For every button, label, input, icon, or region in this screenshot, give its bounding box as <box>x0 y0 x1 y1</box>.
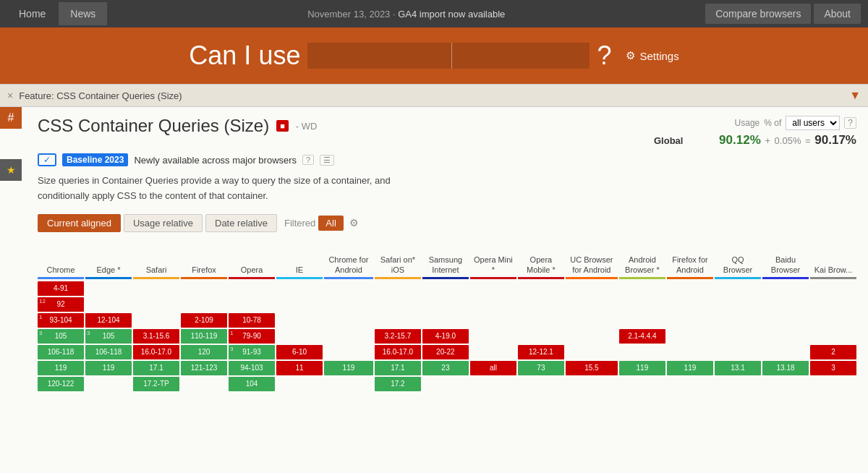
version-cell[interactable]: 2-109 <box>181 313 227 328</box>
version-cell[interactable]: 110-119 <box>181 329 227 344</box>
feature-description: Size queries in Container Queries provid… <box>38 174 414 204</box>
usage-users-select[interactable]: all users <box>786 116 840 130</box>
browser-header[interactable]: Android Browser * <box>619 241 665 277</box>
version-cell <box>715 377 761 391</box>
version-cell[interactable]: 4-19.0 <box>422 329 469 344</box>
tab-usage-relative[interactable]: Usage relative <box>124 214 203 232</box>
settings-button[interactable]: ⚙ Settings <box>626 49 678 62</box>
browser-header[interactable]: Chrome <box>38 241 84 277</box>
nav-home[interactable]: Home <box>7 2 57 25</box>
version-cell[interactable]: 17.1 <box>375 361 421 375</box>
filter-icon[interactable]: ▼ <box>849 89 861 102</box>
version-cell[interactable]: 119 <box>667 361 713 375</box>
version-cell[interactable]: 3105 <box>38 329 84 344</box>
browser-column: Opera Mobile *12-12.173 <box>518 241 564 393</box>
version-cell[interactable]: 119 <box>619 361 665 375</box>
browser-header[interactable]: Chrome for Android <box>324 241 373 277</box>
browser-header[interactable]: Safari <box>133 241 179 277</box>
version-cell[interactable]: 12-12.1 <box>518 345 564 359</box>
browser-header[interactable]: Opera Mobile * <box>518 241 564 277</box>
version-cell[interactable]: 17.2-TP <box>133 377 179 391</box>
version-cell <box>518 329 564 344</box>
version-cell[interactable]: 104 <box>229 377 275 391</box>
tab-date-relative[interactable]: Date relative <box>205 214 277 232</box>
version-cell[interactable]: 94-103 <box>229 361 275 375</box>
version-cell <box>715 281 761 296</box>
version-cell[interactable]: 119 <box>85 361 132 375</box>
tab-all[interactable]: All <box>318 216 343 231</box>
version-cell[interactable]: 106-118 <box>85 345 132 359</box>
browser-header[interactable]: Opera <box>229 241 275 277</box>
version-cell <box>133 297 179 312</box>
version-cell <box>715 329 761 344</box>
version-cell[interactable]: 391-93 <box>229 345 275 359</box>
browser-header[interactable]: Baidu Browser <box>762 241 809 277</box>
version-cell[interactable]: 23 <box>422 361 469 375</box>
version-cell[interactable]: 120-122 <box>38 377 84 391</box>
version-cell[interactable]: 13.18 <box>762 361 809 375</box>
version-cell[interactable]: 13.1 <box>715 361 761 375</box>
version-cell[interactable]: 119 <box>38 361 84 375</box>
version-cell[interactable]: all <box>470 361 516 375</box>
about-button[interactable]: About <box>814 4 861 24</box>
version-cell[interactable]: 193-104 <box>38 313 84 328</box>
browser-header[interactable]: Kai Brow... <box>810 241 856 277</box>
version-cell[interactable]: 10-78 <box>229 313 275 328</box>
version-cell[interactable]: 119 <box>324 361 373 375</box>
version-cell <box>715 297 761 312</box>
wd-label: - WD <box>296 121 318 132</box>
star-button[interactable]: ★ <box>0 159 22 181</box>
version-cell[interactable]: 121-123 <box>181 361 227 375</box>
version-cell[interactable]: 3105 <box>85 329 132 344</box>
version-cell[interactable]: 20-22 <box>422 345 469 359</box>
version-cell <box>470 377 516 391</box>
version-cell[interactable]: 3.1-15.6 <box>133 329 179 344</box>
browser-header[interactable]: Opera Mini * <box>470 241 516 277</box>
version-cell <box>619 345 665 359</box>
version-cell <box>422 297 469 312</box>
version-cell[interactable]: 3 <box>810 361 856 375</box>
version-cell[interactable]: 11 <box>276 361 323 375</box>
usage-help-icon[interactable]: ? <box>844 117 856 129</box>
baseline-help-icon[interactable]: ? <box>302 155 314 165</box>
version-cell[interactable]: 2.1-4.4.4 <box>619 329 665 344</box>
browser-column: Safari on* iOS3.2-15.716.0-17.017.117.2 <box>375 241 421 393</box>
version-cell[interactable]: 6-10 <box>276 345 323 359</box>
compare-browsers-button[interactable]: Compare browsers <box>705 4 811 24</box>
browser-header[interactable]: Firefox for Android <box>667 241 713 277</box>
version-cell[interactable]: 12-104 <box>85 313 132 328</box>
version-cell <box>276 281 323 296</box>
version-cell[interactable]: 73 <box>518 361 564 375</box>
nav-news[interactable]: News <box>59 2 107 25</box>
version-cell[interactable]: 15.5 <box>566 361 618 375</box>
breadcrumb-close[interactable]: × <box>7 90 13 101</box>
version-cell[interactable]: 4-91 <box>38 281 84 296</box>
hash-button[interactable]: # <box>0 107 22 129</box>
baseline-menu-icon[interactable]: ☰ <box>320 155 334 166</box>
version-cell[interactable]: 17.1 <box>133 361 179 375</box>
version-cell[interactable]: 16.0-17.0 <box>375 345 421 359</box>
version-cell[interactable]: 16.0-17.0 <box>133 345 179 359</box>
version-cell <box>667 345 713 359</box>
version-cell[interactable]: 106-118 <box>38 345 84 359</box>
table-settings-icon[interactable]: ⚙ <box>349 217 359 229</box>
version-cell[interactable]: 3.2-15.7 <box>375 329 421 344</box>
browser-header[interactable]: Edge * <box>85 241 132 277</box>
version-cell[interactable]: 1292 <box>38 297 84 312</box>
version-cell[interactable]: 179-90 <box>229 329 275 344</box>
browser-header[interactable]: Samsung Internet <box>422 241 469 277</box>
browser-header[interactable]: IE <box>276 241 323 277</box>
version-cell[interactable]: 17.2 <box>375 377 421 391</box>
search-input-1[interactable] <box>307 43 452 69</box>
browser-header[interactable]: QQ Browser <box>715 241 761 277</box>
version-cell <box>324 377 373 391</box>
search-input-2[interactable] <box>452 43 590 69</box>
browser-header[interactable]: UC Browser for Android <box>566 241 618 277</box>
tab-current-aligned[interactable]: Current aligned <box>38 214 121 232</box>
browser-header[interactable]: Firefox <box>181 241 227 277</box>
version-cell[interactable]: 120 <box>181 345 227 359</box>
version-cell <box>276 297 323 312</box>
version-cell[interactable]: 2 <box>810 345 856 359</box>
version-cell <box>566 345 618 359</box>
browser-header[interactable]: Safari on* iOS <box>375 241 421 277</box>
